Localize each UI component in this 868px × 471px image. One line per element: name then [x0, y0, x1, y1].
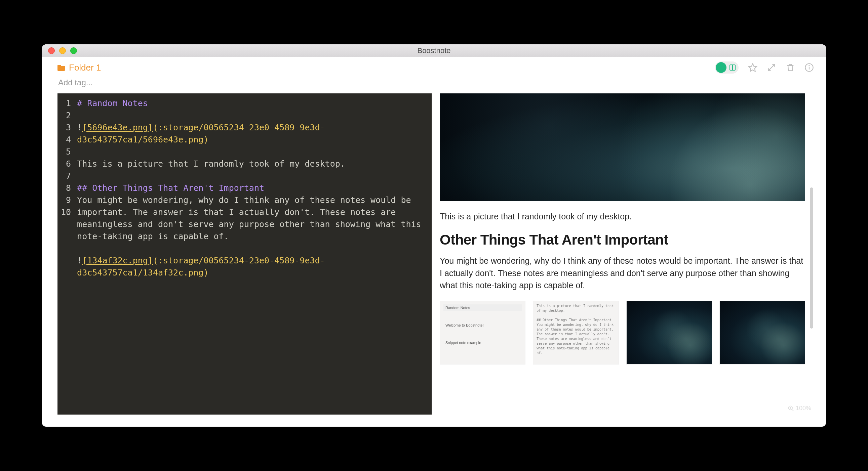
- zoom-value: 100%: [796, 405, 811, 412]
- preview-paragraph: You might be wondering, why do I think a…: [440, 255, 805, 291]
- star-icon: [748, 63, 757, 72]
- svg-marker-2: [749, 64, 756, 71]
- tag-row: [42, 78, 826, 93]
- preview-body: This is a picture that I randomly took o…: [440, 93, 809, 414]
- star-button[interactable]: [748, 63, 757, 72]
- breadcrumb[interactable]: Folder 1: [58, 63, 101, 73]
- toolbar: [715, 62, 814, 74]
- preview-image-hero: [440, 93, 805, 201]
- folder-icon: [58, 64, 66, 71]
- thumbnail-3: [626, 301, 712, 365]
- trash-icon: [786, 63, 795, 72]
- window-title: Boostnote: [42, 46, 826, 55]
- titlebar: Boostnote: [42, 44, 826, 57]
- thumbnail-sidebar-mock: Random Notes Welcome to Boostnote! Snipp…: [440, 301, 525, 349]
- close-button[interactable]: [48, 47, 55, 54]
- maximize-button[interactable]: [70, 47, 77, 54]
- fullscreen-button[interactable]: [767, 63, 776, 72]
- svg-point-5: [809, 66, 809, 66]
- preview-heading: Other Things That Aren't Important: [440, 232, 805, 248]
- line-gutter: 12345678910: [58, 93, 74, 414]
- traffic-lights: [42, 47, 77, 54]
- info-button[interactable]: [804, 63, 814, 72]
- info-icon: [804, 63, 814, 72]
- toggle-knob: [716, 62, 726, 73]
- zoom-icon: [788, 405, 795, 412]
- code-area[interactable]: # Random Notes ![5696e43e.png](:storage/…: [74, 93, 432, 414]
- content-split: 12345678910 # Random Notes ![5696e43e.pn…: [42, 93, 826, 427]
- app-window: Boostnote Folder 1: [42, 44, 826, 427]
- topbar: Folder 1: [42, 57, 826, 78]
- breadcrumb-folder: Folder 1: [69, 63, 101, 73]
- preview-pane: This is a picture that I randomly took o…: [440, 93, 814, 414]
- split-view-icon: [729, 64, 736, 71]
- thumbnail-2: This is a picture that I randomly took o…: [533, 301, 619, 365]
- tag-input[interactable]: [58, 78, 159, 87]
- minimize-button[interactable]: [59, 47, 66, 54]
- preview-scrollbar[interactable]: [809, 93, 814, 414]
- preview-caption: This is a picture that I randomly took o…: [440, 210, 805, 223]
- markdown-editor[interactable]: 12345678910 # Random Notes ![5696e43e.pn…: [58, 93, 432, 414]
- zoom-indicator[interactable]: 100%: [788, 405, 811, 412]
- thumbnail-4: [719, 301, 805, 365]
- thumbnail-1: Random Notes Welcome to Boostnote! Snipp…: [440, 301, 525, 365]
- thumbnail-code-mock: This is a picture that I randomly took o…: [533, 301, 618, 358]
- scrollbar-thumb[interactable]: [810, 188, 813, 329]
- expand-icon: [767, 63, 776, 72]
- svg-line-7: [792, 409, 794, 411]
- view-mode-toggle[interactable]: [715, 62, 739, 74]
- trash-button[interactable]: [786, 63, 795, 72]
- preview-thumbnails: Random Notes Welcome to Boostnote! Snipp…: [440, 301, 805, 365]
